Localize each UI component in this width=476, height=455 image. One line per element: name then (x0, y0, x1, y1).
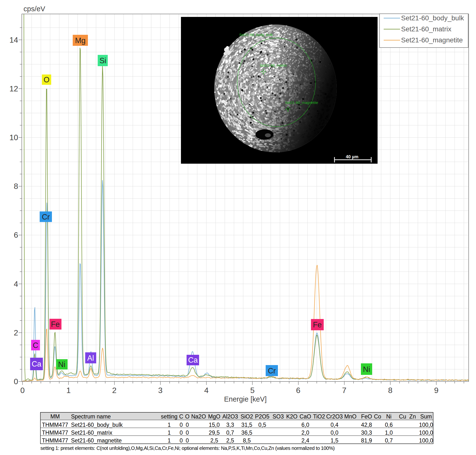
svg-text:Cr: Cr (268, 367, 276, 375)
svg-text:O: O (185, 413, 190, 420)
svg-text:1: 1 (168, 422, 171, 428)
svg-text:0: 0 (186, 422, 189, 428)
svg-text:Sum: Sum (420, 413, 432, 420)
svg-text:C: C (33, 341, 38, 350)
svg-text:Ca: Ca (188, 356, 198, 364)
svg-text:6: 6 (296, 386, 300, 395)
svg-text:Set21-60_matrix: Set21-60_matrix (260, 63, 287, 67)
svg-text:15,0: 15,0 (209, 422, 220, 428)
svg-text:0: 0 (186, 430, 189, 436)
svg-text:14: 14 (9, 36, 18, 44)
svg-text:2,0: 2,0 (301, 430, 309, 436)
svg-text:Set21-60_body_bulk: Set21-60_body_bulk (239, 33, 273, 37)
svg-text:7: 7 (342, 386, 346, 395)
svg-text:O: O (44, 75, 49, 84)
svg-text:5: 5 (250, 386, 255, 395)
svg-text:12: 12 (9, 84, 18, 93)
svg-text:0,5: 0,5 (258, 422, 266, 428)
svg-text:36,5: 36,5 (241, 430, 252, 436)
svg-text:SO3: SO3 (273, 413, 284, 420)
svg-text:P2O5: P2O5 (255, 413, 270, 420)
svg-text:Na2O: Na2O (191, 413, 206, 420)
svg-text:0: 0 (186, 437, 189, 444)
svg-text:9: 9 (434, 386, 439, 395)
svg-text:MgO: MgO (208, 413, 220, 420)
svg-text:4: 4 (14, 280, 18, 288)
svg-text:40 µm: 40 µm (346, 154, 358, 159)
svg-text:TiO2: TiO2 (313, 413, 325, 420)
svg-text:100,0: 100,0 (419, 422, 433, 428)
svg-text:100,0: 100,0 (419, 430, 433, 436)
svg-text:8,5: 8,5 (243, 437, 251, 444)
svg-text:setting: setting (161, 413, 178, 420)
svg-text:C: C (179, 413, 183, 420)
svg-text:Ni: Ni (363, 365, 370, 374)
svg-text:1,5: 1,5 (331, 437, 338, 444)
svg-text:Fe: Fe (313, 320, 322, 329)
svg-text:THMM477: THMM477 (42, 422, 68, 428)
svg-text:SiO2: SiO2 (240, 413, 253, 420)
svg-text:Al: Al (87, 354, 94, 362)
svg-text:Ni: Ni (58, 360, 65, 369)
svg-text:0,6: 0,6 (385, 422, 393, 428)
svg-text:Set21-60_body_bulk: Set21-60_body_bulk (71, 422, 123, 428)
svg-text:42,8: 42,8 (361, 422, 372, 428)
svg-text:0,4: 0,4 (331, 422, 338, 428)
svg-text:Set21-60_magnetite: Set21-60_magnetite (285, 100, 318, 105)
svg-text:Set21-60_magnetite: Set21-60_magnetite (71, 437, 122, 444)
svg-text:Ni: Ni (386, 413, 392, 420)
svg-text:81,9: 81,9 (361, 437, 372, 444)
svg-text:CaO: CaO (299, 413, 311, 420)
svg-text:30,3: 30,3 (361, 430, 372, 436)
svg-text:Set21-60_matrix: Set21-60_matrix (401, 25, 451, 33)
svg-text:2,5: 2,5 (226, 437, 234, 444)
svg-text:6: 6 (14, 231, 18, 239)
svg-text:MM: MM (50, 413, 60, 420)
svg-text:Set21-60_magnetite: Set21-60_magnetite (401, 36, 463, 44)
svg-text:2: 2 (14, 328, 18, 337)
svg-text:Cr: Cr (42, 213, 50, 221)
svg-text:Si: Si (99, 56, 106, 65)
svg-text:Set21-60_matrix: Set21-60_matrix (71, 430, 112, 436)
svg-text:Ca: Ca (32, 360, 41, 368)
svg-text:K2O: K2O (286, 413, 298, 420)
svg-text:2: 2 (112, 386, 117, 395)
svg-text:2,4: 2,4 (301, 437, 309, 444)
svg-text:1: 1 (66, 386, 71, 395)
svg-text:4: 4 (204, 386, 209, 395)
svg-text:1: 1 (168, 430, 171, 436)
svg-text:cps/eV: cps/eV (24, 5, 45, 13)
svg-text:0: 0 (14, 377, 18, 386)
svg-text:Zn: Zn (409, 413, 416, 420)
svg-text:10: 10 (9, 133, 18, 142)
svg-text:0: 0 (20, 386, 25, 395)
svg-text:0: 0 (180, 437, 183, 444)
svg-text:Set21-60_body_bulk: Set21-60_body_bulk (401, 14, 464, 22)
svg-text:100,0: 100,0 (419, 437, 433, 444)
svg-text:Co: Co (374, 413, 381, 420)
svg-text:Energie [keV]: Energie [keV] (224, 395, 267, 403)
svg-text:0,7: 0,7 (226, 430, 234, 436)
svg-text:0,7: 0,7 (385, 437, 393, 444)
svg-text:0: 0 (180, 430, 183, 436)
svg-text:setting 1: preset elements: C(: setting 1: preset elements: C(not unfold… (40, 445, 335, 451)
svg-text:0: 0 (180, 422, 183, 428)
svg-text:1,0: 1,0 (385, 430, 393, 436)
svg-text:3: 3 (158, 386, 163, 395)
svg-text:THMM477: THMM477 (42, 437, 68, 444)
svg-text:8: 8 (14, 182, 18, 191)
svg-text:8: 8 (388, 386, 393, 395)
svg-text:Cr2O3: Cr2O3 (326, 413, 343, 420)
svg-text:2,5: 2,5 (210, 437, 218, 444)
svg-text:1: 1 (168, 437, 171, 444)
svg-text:Fe: Fe (51, 320, 60, 329)
svg-text:6,0: 6,0 (301, 422, 309, 428)
svg-text:THMM477: THMM477 (42, 430, 68, 436)
svg-text:FeO: FeO (361, 413, 372, 420)
svg-text:Cu: Cu (399, 413, 406, 420)
svg-text:0,0: 0,0 (331, 430, 338, 436)
svg-text:MnO: MnO (344, 413, 357, 420)
svg-text:Spectrum name: Spectrum name (71, 413, 111, 420)
svg-text:29,5: 29,5 (209, 430, 220, 436)
svg-text:Mg: Mg (75, 36, 85, 45)
